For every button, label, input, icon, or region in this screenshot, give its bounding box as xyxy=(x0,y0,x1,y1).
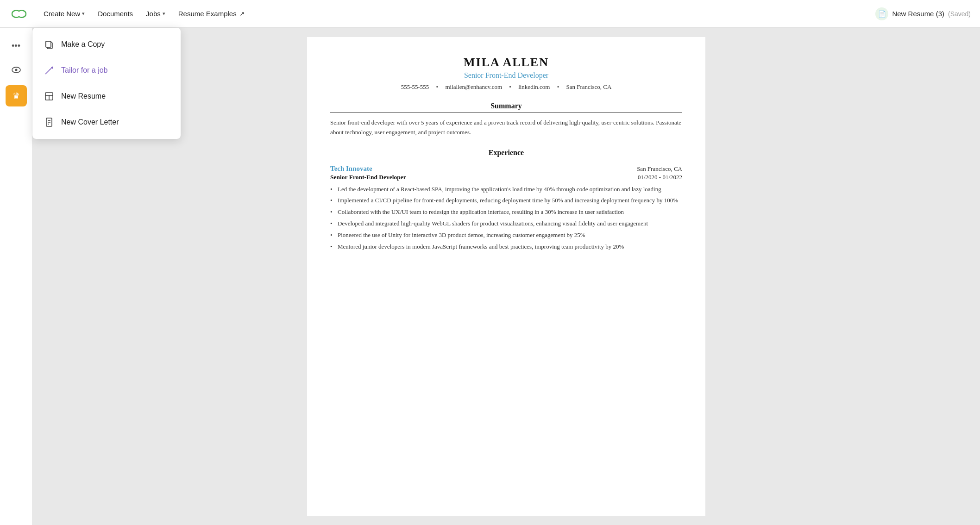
nav-jobs[interactable]: Jobs ▾ xyxy=(146,10,165,18)
experience-entry-1: Tech Innovate San Francisco, CA Senior F… xyxy=(330,165,682,252)
make-copy-item[interactable]: Make a Copy xyxy=(32,31,181,57)
contact-email: milallen@enhancv.com xyxy=(445,83,502,90)
resume-tab-name: New Resume (3) xyxy=(892,10,944,18)
main-nav: Create New ▾ Documents Jobs ▾ Resume Exa… xyxy=(44,10,245,18)
saved-status: (Saved) xyxy=(948,10,971,18)
bullet-2: Implemented a CI/CD pipeline for front-e… xyxy=(330,196,682,206)
svg-rect-3 xyxy=(46,41,51,47)
exp-company: Tech Innovate xyxy=(330,165,372,173)
new-resume-item[interactable]: New Resume xyxy=(32,83,181,109)
nav-create-new[interactable]: Create New ▾ xyxy=(44,10,85,18)
chevron-down-icon-jobs: ▾ xyxy=(163,11,165,17)
contact-dot-2: • xyxy=(509,83,511,90)
svg-point-10 xyxy=(52,67,53,69)
more-options-button[interactable]: ••• xyxy=(6,35,27,56)
exp-role: Senior Front-End Developer xyxy=(330,174,406,181)
contact-linkedin: linkedin.com xyxy=(518,83,550,90)
resume-name: MILA ALLEN xyxy=(330,56,682,69)
app-header: Create New ▾ Documents Jobs ▾ Resume Exa… xyxy=(0,0,980,28)
new-cover-letter-item[interactable]: New Cover Letter xyxy=(32,109,181,135)
chevron-down-icon: ▾ xyxy=(82,11,85,17)
resume-title: Senior Front-End Developer xyxy=(330,71,682,80)
exp-location: San Francisco, CA xyxy=(637,165,682,173)
exp-header: Tech Innovate San Francisco, CA xyxy=(330,165,682,173)
exp-bullets: Led the development of a React-based SPA… xyxy=(330,182,682,252)
external-link-icon: ↗ xyxy=(239,10,245,17)
nav-documents[interactable]: Documents xyxy=(98,10,133,18)
svg-line-9 xyxy=(50,69,50,70)
nav-resume-examples[interactable]: Resume Examples ↗ xyxy=(178,10,245,18)
exp-role-header: Senior Front-End Developer 01/2020 - 01/… xyxy=(330,174,682,182)
bullet-1: Led the development of a React-based SPA… xyxy=(330,185,682,194)
resume-paper: MILA ALLEN Senior Front-End Developer 55… xyxy=(307,37,705,516)
resume-tab-icon: 📄 xyxy=(875,7,888,20)
resume-contact: 555-55-555 • milallen@enhancv.com • link… xyxy=(330,83,682,91)
contact-phone: 555-55-555 xyxy=(401,83,429,90)
exp-date: 01/2020 - 01/2022 xyxy=(638,174,682,182)
summary-text: Senior front-end developer with over 5 y… xyxy=(330,118,682,138)
bullet-5: Pioneered the use of Unity for interacti… xyxy=(330,231,682,240)
bullet-4: Developed and integrated high-quality We… xyxy=(330,219,682,229)
more-options-icon: ••• xyxy=(12,41,20,51)
logo[interactable] xyxy=(9,6,29,21)
preview-button[interactable] xyxy=(6,60,27,81)
tailor-job-item[interactable]: Tailor for a job xyxy=(32,57,181,83)
contact-location: San Francisco, CA xyxy=(566,83,611,90)
experience-heading: Experience xyxy=(330,149,682,159)
copy-icon xyxy=(44,39,55,50)
sidebar: ••• ♛ xyxy=(0,28,32,525)
layout-icon xyxy=(44,91,55,102)
bullet-6: Mentored junior developers in modern Jav… xyxy=(330,242,682,252)
main-content: ••• ♛ Make a Copy xyxy=(0,28,980,525)
file-text-icon xyxy=(44,117,55,128)
summary-heading: Summary xyxy=(330,102,682,112)
premium-button[interactable]: ♛ xyxy=(6,85,27,106)
wand-icon xyxy=(44,65,55,76)
resume-tab[interactable]: 📄 New Resume (3) (Saved) xyxy=(875,7,971,20)
contact-dot-3: • xyxy=(557,83,559,90)
contact-dot-1: • xyxy=(436,83,439,90)
bullet-3: Collaborated with the UX/UI team to rede… xyxy=(330,207,682,217)
svg-point-1 xyxy=(15,69,17,71)
eye-icon xyxy=(11,65,21,77)
create-new-dropdown: Make a Copy Tailor for a job xyxy=(32,28,181,139)
crown-icon: ♛ xyxy=(13,91,20,101)
